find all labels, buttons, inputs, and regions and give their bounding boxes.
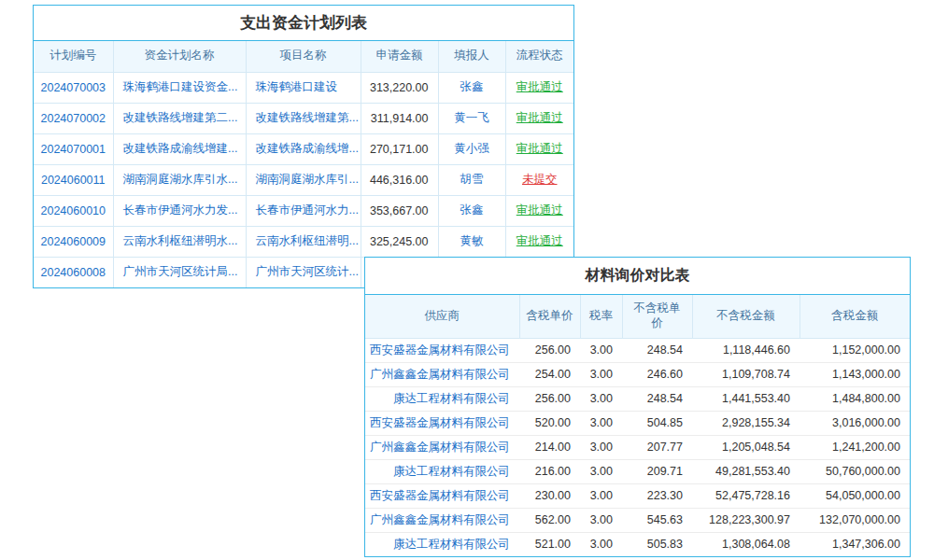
plan-name-link[interactable]: 云南水利枢纽潜明水... [123,234,238,247]
unit-price-no-tax-value: 545.63 [622,508,692,532]
supplier-link[interactable]: 西安盛器金属材料有限公司 [370,489,510,502]
unit-price-no-tax-value: 246.60 [622,362,692,386]
unit-price-no-tax-value: 248.54 [622,386,692,411]
plan-id-link[interactable]: 2024060008 [40,266,106,279]
material-quote-panel: 材料询价对比表 供应商含税单价税率不含税单价不含税金额含税金额 西安盛器金属材料… [364,257,911,557]
process-status-link[interactable]: 审批通过 [517,234,563,247]
material-quote-table: 供应商含税单价税率不含税单价不含税金额含税金额 西安盛器金属材料有限公司256.… [365,295,910,556]
plan-name-link[interactable]: 改建铁路成渝线增建... [123,142,238,155]
amount-no-tax-value: 128,223,300.97 [692,508,800,532]
tax-rate-value: 3.00 [580,411,622,435]
supplier-link[interactable]: 康达工程材料有限公司 [393,465,510,478]
plan-id-link[interactable]: 2024060010 [40,204,106,217]
project-name-link[interactable]: 湖南洞庭湖水库引... [256,173,359,186]
apply-amount-value: 325,245.00 [361,226,438,257]
unit-price-no-tax-value: 207.77 [622,435,692,459]
unit-price-no-tax-value: 505.83 [622,532,692,556]
material-quote-col-header: 含税单价 [519,295,580,338]
reporter-link[interactable]: 胡雪 [460,173,484,186]
project-name-link[interactable]: 云南水利枢纽潜明... [256,234,359,247]
supplier-link[interactable]: 康达工程材料有限公司 [393,538,510,551]
amount-tax-value: 1,241,200.00 [800,435,910,459]
amount-no-tax-value: 1,118,446.60 [692,338,800,362]
expense-plan-col-header: 填报人 [438,41,505,72]
quote-table-row: 广州鑫鑫金属材料有限公司562.003.00545.63128,223,300.… [365,508,910,532]
reporter-link[interactable]: 张鑫 [460,203,484,217]
reporter-link[interactable]: 黄小强 [454,142,489,155]
project-name-link[interactable]: 改建铁路成渝线增... [256,142,359,155]
unit-price-no-tax-value: 504.85 [622,411,692,435]
apply-amount-value: 311,914.00 [361,103,438,133]
supplier-link[interactable]: 西安盛器金属材料有限公司 [370,416,510,429]
expense-plan-header-row: 计划编号资金计划名称项目名称申请金额填报人流程状态 [34,41,573,72]
plan-id-link[interactable]: 2024060011 [41,174,106,187]
reporter-link[interactable]: 黄一飞 [454,111,489,124]
unit-price-tax-value: 256.00 [519,338,580,362]
amount-tax-value: 1,152,000.00 [800,338,910,362]
material-quote-col-header: 税率 [580,295,622,338]
process-status-link[interactable]: 审批通过 [517,111,563,124]
expense-plan-col-header: 流程状态 [505,41,573,72]
expense-plan-col-header: 申请金额 [361,41,438,72]
expense-plan-panel: 支出资金计划列表 计划编号资金计划名称项目名称申请金额填报人流程状态 20240… [33,5,574,288]
unit-price-no-tax-value: 248.54 [622,338,692,362]
quote-table-row: 广州鑫鑫金属材料有限公司254.003.00246.601,109,708.74… [365,362,910,386]
amount-no-tax-value: 1,205,048.54 [692,435,800,459]
plan-id-link[interactable]: 2024070002 [40,112,106,125]
process-status-link[interactable]: 未提交 [522,173,558,186]
tax-rate-value: 3.00 [580,483,622,508]
amount-tax-value: 54,050,000.00 [800,483,910,508]
tax-rate-value: 3.00 [580,508,622,532]
plan-name-link[interactable]: 湖南洞庭湖水库引水... [123,173,238,186]
quote-table-row: 西安盛器金属材料有限公司520.003.00504.852,928,155.34… [365,411,910,435]
plan-id-link[interactable]: 2024070003 [40,81,106,94]
reporter-link[interactable]: 黄敏 [460,234,484,247]
project-name-link[interactable]: 珠海鹤港口建设 [256,80,338,93]
supplier-link[interactable]: 康达工程材料有限公司 [393,392,510,405]
project-name-link[interactable]: 广州市天河区统计... [256,265,359,278]
amount-tax-value: 1,347,306.00 [800,532,910,556]
material-quote-col-header: 供应商 [365,295,519,338]
project-name-link[interactable]: 改建铁路线增建第... [256,111,359,124]
expense-plan-col-header: 资金计划名称 [113,41,246,72]
material-quote-col-header: 不含税单价 [622,295,692,338]
supplier-link[interactable]: 广州鑫鑫金属材料有限公司 [370,513,510,526]
unit-price-tax-value: 254.00 [519,362,580,386]
quote-table-row: 康达工程材料有限公司521.003.00505.831,308,064.081,… [365,532,910,556]
amount-tax-value: 132,070,000.00 [800,508,910,532]
quote-table-row: 西安盛器金属材料有限公司230.003.00223.3052,475,728.1… [365,483,910,508]
plan-table-row: 2024070002改建铁路线增建第二...改建铁路线增建第...311,914… [34,103,573,133]
apply-amount-value: 313,220.00 [361,72,438,103]
plan-name-link[interactable]: 长春市伊通河水力发... [123,203,238,217]
process-status-link[interactable]: 审批通过 [517,80,563,93]
quote-table-row: 康达工程材料有限公司216.003.00209.7149,281,553.405… [365,459,910,483]
amount-tax-value: 1,143,000.00 [800,362,910,386]
unit-price-no-tax-value: 223.30 [622,483,692,508]
project-name-link[interactable]: 长春市伊通河水力... [256,203,359,217]
supplier-link[interactable]: 西安盛器金属材料有限公司 [370,343,510,357]
plan-name-link[interactable]: 珠海鹤港口建设资金... [123,80,238,93]
unit-price-tax-value: 230.00 [519,483,580,508]
process-status-link[interactable]: 审批通过 [517,142,563,155]
quote-table-row: 西安盛器金属材料有限公司256.003.00248.541,118,446.60… [365,338,910,362]
unit-price-tax-value: 214.00 [519,435,580,459]
amount-no-tax-value: 49,281,553.40 [692,459,800,483]
tax-rate-value: 3.00 [580,386,622,411]
amount-no-tax-value: 1,308,064.08 [692,532,800,556]
unit-price-tax-value: 256.00 [519,386,580,411]
plan-id-link[interactable]: 2024060009 [40,235,106,248]
expense-plan-table: 计划编号资金计划名称项目名称申请金额填报人流程状态 2024070003珠海鹤港… [34,41,573,287]
amount-tax-value: 3,016,000.00 [800,411,910,435]
process-status-link[interactable]: 审批通过 [517,203,563,217]
apply-amount-value: 446,316.00 [361,164,438,195]
amount-no-tax-value: 52,475,728.16 [692,483,800,508]
plan-name-link[interactable]: 广州市天河区统计局... [123,265,238,278]
plan-name-link[interactable]: 改建铁路线增建第二... [123,111,238,124]
plan-table-row: 2024060010长春市伊通河水力发...长春市伊通河水力...353,667… [34,195,573,226]
supplier-link[interactable]: 广州鑫鑫金属材料有限公司 [370,441,510,454]
supplier-link[interactable]: 广州鑫鑫金属材料有限公司 [370,368,510,381]
plan-id-link[interactable]: 2024070001 [40,143,106,156]
unit-price-tax-value: 520.00 [519,411,580,435]
amount-tax-value: 50,760,000.00 [800,459,910,483]
reporter-link[interactable]: 张鑫 [460,80,484,93]
